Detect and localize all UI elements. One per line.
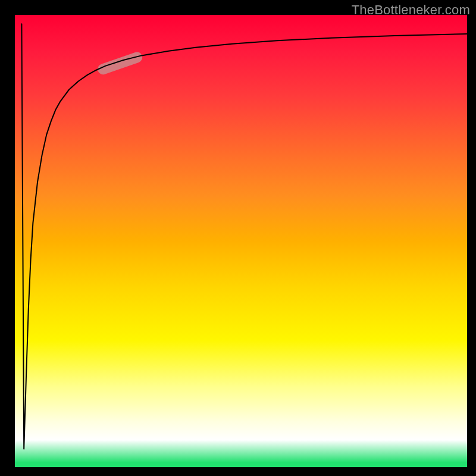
curve-marker <box>103 57 137 69</box>
bottleneck-curve <box>21 24 467 449</box>
chart-frame: TheBottleneker.com <box>0 0 476 476</box>
curve-layer <box>15 15 467 467</box>
watermark-text: TheBottleneker.com <box>352 2 470 18</box>
plot-area <box>15 15 467 467</box>
